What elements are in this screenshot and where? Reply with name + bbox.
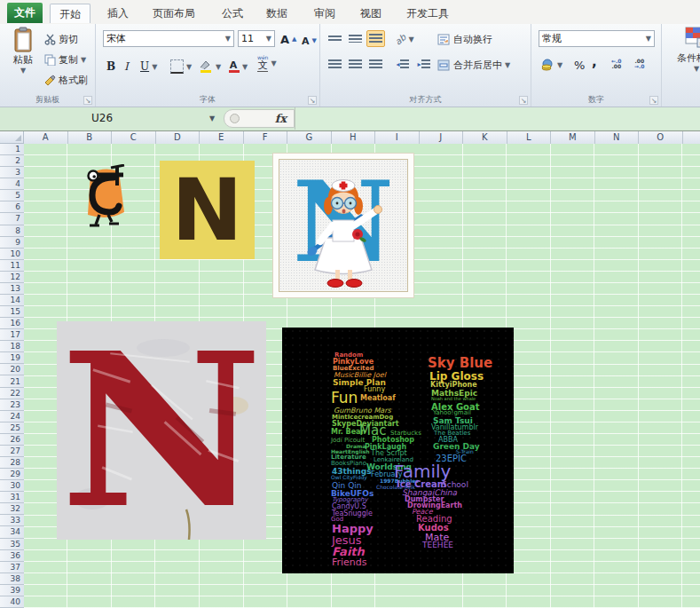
column-header-J[interactable]: J	[420, 131, 464, 144]
tab-page-layout[interactable]: 页面布局	[140, 4, 208, 23]
row-header-15[interactable]: 15	[0, 306, 24, 318]
increase-decimal-button[interactable]: ←.0 .00	[611, 55, 621, 73]
row-header-40[interactable]: 40	[0, 596, 24, 608]
row-header-27[interactable]: 27	[0, 446, 24, 457]
number-format-select[interactable]: 常规 ▼	[539, 30, 655, 47]
insert-function-button[interactable]: fx	[275, 112, 287, 125]
align-middle-button[interactable]	[346, 30, 365, 47]
row-header-26[interactable]: 26	[0, 434, 24, 446]
column-header-I[interactable]: I	[375, 131, 420, 144]
copy-dropdown-arrow[interactable]: ▼	[81, 56, 86, 64]
shrink-font-button[interactable]: A▼	[302, 32, 317, 50]
merge-center-dropdown-arrow[interactable]: ▼	[505, 61, 510, 69]
percent-style-button[interactable]: %	[574, 56, 585, 74]
row-header-29[interactable]: 29	[0, 469, 24, 480]
row-header-38[interactable]: 38	[0, 573, 24, 585]
row-header-20[interactable]: 20	[0, 364, 24, 375]
font-size-select[interactable]: 11 ▼	[238, 30, 275, 47]
align-top-button[interactable]	[326, 30, 344, 47]
row-header-28[interactable]: 28	[0, 457, 24, 469]
name-box[interactable]: U26	[0, 107, 204, 130]
row-header-32[interactable]: 32	[0, 503, 24, 515]
row-header-37[interactable]: 37	[0, 562, 24, 573]
row-header-16[interactable]: 16	[0, 318, 24, 329]
font-dialog-launcher[interactable]: ↘	[308, 96, 317, 105]
name-box-dropdown-arrow[interactable]: ▼	[205, 111, 219, 126]
row-header-24[interactable]: 24	[0, 411, 24, 422]
conditional-format-dropdown-arrow[interactable]: ▼	[671, 65, 700, 73]
row-header-25[interactable]: 25	[0, 422, 24, 434]
tab-data[interactable]: 数据	[257, 4, 296, 23]
decrease-decimal-button[interactable]: .00 →.0	[634, 55, 644, 73]
borders-dropdown-arrow[interactable]: ▼	[186, 63, 192, 71]
format-painter-button[interactable]: 格式刷	[44, 71, 88, 89]
row-header-10[interactable]: 10	[0, 249, 24, 260]
row-header-5[interactable]: 5	[0, 190, 24, 201]
row-header-1[interactable]: 1	[0, 144, 24, 155]
align-left-button[interactable]	[326, 56, 344, 73]
column-header-H[interactable]: H	[332, 131, 376, 144]
column-header-F[interactable]: F	[244, 131, 288, 144]
clamp-character-image[interactable]	[78, 164, 131, 229]
row-header-13[interactable]: 13	[0, 283, 24, 295]
formula-bar-handle-icon[interactable]	[230, 114, 240, 123]
row-header-19[interactable]: 19	[0, 352, 24, 364]
bold-button[interactable]: B	[106, 58, 117, 75]
row-header-39[interactable]: 39	[0, 585, 24, 596]
formula-input[interactable]	[295, 107, 700, 130]
nurse-letter-image[interactable]: N	[272, 153, 414, 298]
column-header-A[interactable]: A	[24, 131, 68, 144]
tab-home[interactable]: 开始	[50, 4, 90, 23]
borders-button[interactable]: ▼	[170, 58, 192, 75]
tab-review[interactable]: 审阅	[305, 4, 344, 23]
wrap-text-button[interactable]: 自动换行	[437, 30, 492, 48]
conditional-format-button[interactable]: ≤ 条件格式 ▼	[671, 27, 700, 73]
fill-color-button[interactable]: ▼	[199, 58, 221, 75]
row-header-14[interactable]: 14	[0, 295, 24, 306]
tab-view[interactable]: 视图	[351, 4, 390, 23]
number-dialog-launcher[interactable]: ↘	[649, 96, 658, 105]
row-header-6[interactable]: 6	[0, 201, 24, 213]
row-header-23[interactable]: 23	[0, 399, 24, 411]
accounting-dropdown-arrow[interactable]: ▼	[557, 61, 562, 69]
column-header-C[interactable]: C	[112, 131, 156, 144]
align-center-button[interactable]	[346, 56, 365, 73]
row-header-21[interactable]: 21	[0, 376, 24, 388]
column-header-E[interactable]: E	[200, 131, 244, 144]
decrease-indent-button[interactable]: ◂	[393, 56, 412, 73]
copy-button[interactable]: 复制 ▼	[44, 51, 86, 68]
painted-letter-image[interactable]: N	[57, 321, 266, 540]
row-header-11[interactable]: 11	[0, 260, 24, 272]
row-header-17[interactable]: 17	[0, 329, 24, 341]
wordcloud-letter-image[interactable]: RandomPinkyLoveBlueExcitedMusicBillie Jo…	[282, 328, 514, 573]
phonetic-dropdown-arrow[interactable]: ▼	[271, 59, 276, 67]
underline-button[interactable]: U ▼	[140, 58, 157, 75]
orientation-button[interactable]: ab ▼	[395, 30, 414, 48]
tab-file[interactable]: 文件	[7, 3, 43, 23]
column-header-G[interactable]: G	[287, 131, 332, 144]
row-header-18[interactable]: 18	[0, 341, 24, 352]
row-header-33[interactable]: 33	[0, 515, 24, 526]
comma-style-button[interactable]: ,	[592, 53, 597, 71]
column-header-L[interactable]: L	[507, 131, 552, 144]
row-header-3[interactable]: 3	[0, 167, 24, 178]
font-color-button[interactable]: A ▼	[227, 58, 248, 75]
font-color-dropdown-arrow[interactable]: ▼	[242, 63, 248, 71]
column-header-D[interactable]: D	[156, 131, 201, 144]
align-bottom-button[interactable]	[366, 30, 385, 47]
orientation-dropdown-arrow[interactable]: ▼	[408, 36, 413, 43]
grow-font-button[interactable]: A▲	[280, 30, 296, 48]
paste-button[interactable]: 粘贴 ▼	[4, 27, 43, 92]
row-header-34[interactable]: 34	[0, 526, 24, 538]
row-header-31[interactable]: 31	[0, 492, 24, 503]
increase-indent-button[interactable]: ▸	[414, 56, 433, 73]
clipboard-dialog-launcher[interactable]: ↘	[83, 96, 92, 105]
column-header-O[interactable]: O	[639, 131, 683, 144]
row-header-4[interactable]: 4	[0, 178, 24, 190]
tab-developer[interactable]: 开发工具	[397, 4, 458, 23]
italic-button[interactable]: I	[124, 58, 133, 75]
row-header-35[interactable]: 35	[0, 539, 24, 550]
column-header-B[interactable]: B	[68, 131, 113, 144]
column-header-M[interactable]: M	[551, 131, 595, 144]
fill-color-dropdown-arrow[interactable]: ▼	[216, 63, 221, 71]
